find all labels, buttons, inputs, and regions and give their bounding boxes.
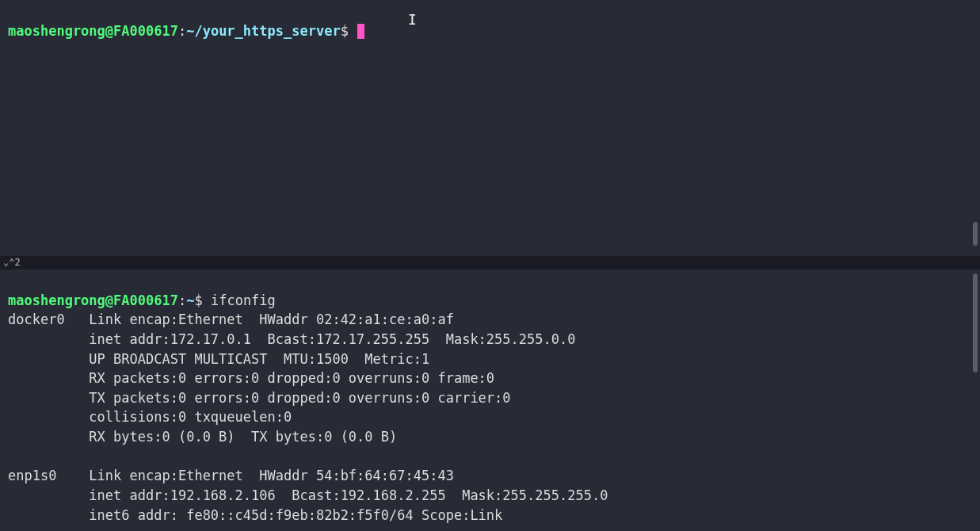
prompt-user-host: maoshengrong@FA000617 (8, 292, 178, 308)
prompt-path: ~ (186, 292, 194, 308)
scrollbar-thumb-top[interactable] (973, 222, 978, 246)
prompt-user-host: maoshengrong@FA000617 (8, 23, 178, 39)
output-line: docker0 Link encap:Ethernet HWaddr 02:42… (8, 311, 454, 327)
split-bar-label: ⌄⌃2 (3, 257, 21, 268)
cursor-icon (357, 24, 364, 39)
output-line: inet addr:192.168.2.106 Bcast:192.168.2.… (8, 487, 608, 503)
output-line: UP BROADCAST MULTICAST MTU:1500 Metric:1 (8, 351, 429, 367)
pane-split-bar[interactable]: ⌄⌃2 (0, 256, 980, 269)
prompt-separator: : (178, 23, 186, 39)
prompt-symbol: $ (194, 292, 202, 308)
output-line: inet6 addr: fe80::c45d:f9eb:82b2:f5f0/64… (8, 507, 502, 523)
output-line: RX packets:0 errors:0 dropped:0 overruns… (8, 370, 494, 386)
output-line: inet addr:172.17.0.1 Bcast:172.17.255.25… (8, 331, 575, 347)
output-line: RX bytes:0 (0.0 B) TX bytes:0 (0.0 B) (8, 429, 397, 445)
scrollbar-thumb-bottom[interactable] (973, 273, 978, 372)
terminal-pane-top[interactable]: maoshengrong@FA000617:~/your_https_serve… (0, 0, 980, 256)
prompt-separator: : (178, 292, 186, 308)
output-line: enp1s0 Link encap:Ethernet HWaddr 54:bf:… (8, 468, 454, 483)
output-line: collisions:0 txqueuelen:0 (8, 409, 292, 425)
prompt-path: ~/your_https_server (186, 23, 340, 39)
output-line: TX packets:0 errors:0 dropped:0 overruns… (8, 390, 511, 406)
prompt-symbol: $ (341, 23, 349, 39)
terminal-pane-bottom[interactable]: maoshengrong@FA000617:~$ ifconfig docker… (0, 269, 980, 531)
command-input-bottom: ifconfig (211, 292, 276, 308)
